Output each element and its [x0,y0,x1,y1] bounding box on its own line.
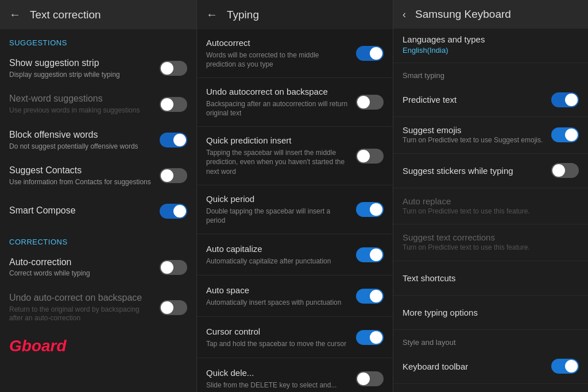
samsung-suggest-emojis[interactable]: Suggest emojis Turn on Predictive text t… [393,117,588,154]
gboard-undo-autocorrect[interactable]: Undo auto-correct on backspace Return to… [0,285,196,330]
gboard-undo-toggle[interactable] [160,300,187,315]
samsung-header: ‹ Samsung Keyboard [393,0,588,29]
gboard-suggest-contacts[interactable]: Suggest Contacts Use information from Co… [0,158,196,193]
swiftkey-quick-delete-toggle[interactable] [356,371,384,386]
gboard-brand-label: Gboard [0,332,196,360]
swiftkey-quick-prediction-toggle[interactable] [356,149,384,164]
samsung-text-shortcuts[interactable]: Text shortcuts [393,261,588,296]
samsung-style-layout-label: Style and layout [393,330,588,350]
samsung-auto-replace[interactable]: Auto replace Turn on Predictive text to … [393,188,588,225]
swiftkey-auto-capitalize-toggle[interactable] [356,247,384,262]
swiftkey-autocorrect[interactable]: Autocorrect Words will be corrected to t… [197,29,393,78]
swiftkey-back-button[interactable]: ← [206,8,218,21]
swiftkey-content: Autocorrect Words will be corrected to t… [197,29,393,392]
swiftkey-quick-period[interactable]: Quick period Double tapping the spacebar… [197,185,393,234]
gboard-block-offensive-toggle[interactable] [160,133,187,148]
swiftkey-quick-prediction[interactable]: Quick prediction insert Tapping the spac… [197,127,393,185]
samsung-high-contrast[interactable]: High contrast keyboard [393,384,588,392]
samsung-content: Languages and types English(India) Smart… [393,29,588,392]
swiftkey-autocorrect-toggle[interactable] [356,46,384,61]
gboard-brand-area: Gboard [0,330,196,362]
gboard-panel: ← Text correction Suggestions Show sugge… [0,0,197,392]
samsung-emojis-toggle[interactable] [551,127,579,142]
gboard-auto-correction-toggle[interactable] [160,260,187,275]
gboard-back-button[interactable]: ← [9,8,21,21]
gboard-smart-compose-toggle[interactable] [160,204,187,219]
samsung-toolbar-toggle[interactable] [551,359,579,374]
gboard-next-word-suggestions[interactable]: Next-word suggestions Use previous words… [0,86,196,122]
swiftkey-quick-delete[interactable]: Quick dele... Slide from the DELETE key … [197,358,393,392]
gboard-show-suggestion-toggle[interactable] [160,61,187,76]
gboard-smart-compose[interactable]: Smart Compose [0,194,196,228]
samsung-back-button[interactable]: ‹ [403,9,406,21]
gboard-content: Suggestions Show suggestion strip Displa… [0,29,196,392]
swiftkey-cursor-control[interactable]: Cursor control Tap and hold the spacebar… [197,317,393,358]
swiftkey-auto-space[interactable]: Auto space Automatically insert spaces w… [197,275,393,317]
samsung-title: Samsung Keyboard [415,8,511,21]
samsung-language-subtitle: English(India) [403,46,579,55]
samsung-predictive-text[interactable]: Predictive text [393,83,588,117]
swiftkey-undo-toggle[interactable] [356,95,384,110]
swiftkey-header: ← Typing [197,0,393,29]
samsung-smart-typing-label: Smart typing [393,63,588,83]
swiftkey-cursor-toggle[interactable] [356,330,384,345]
samsung-panel: ‹ Samsung Keyboard Languages and types E… [393,0,588,392]
swiftkey-quick-period-toggle[interactable] [356,202,384,217]
swiftkey-auto-capitalize[interactable]: Auto capitalize Automatically capitalize… [197,234,393,275]
swiftkey-panel: ← Typing Autocorrect Words will be corre… [197,0,393,392]
samsung-suggest-text-corrections[interactable]: Suggest text corrections Turn on Predict… [393,224,588,261]
gboard-suggest-contacts-toggle[interactable] [160,168,187,183]
gboard-block-offensive[interactable]: Block offensive words Do not suggest pot… [0,122,196,158]
samsung-suggest-stickers[interactable]: Suggest stickers while typing [393,154,588,188]
samsung-more-typing-options[interactable]: More typing options [393,296,588,330]
samsung-languages-title: Languages and types [403,34,579,44]
swiftkey-title: Typing [227,9,259,21]
gboard-auto-correction[interactable]: Auto-correction Correct words while typi… [0,250,196,285]
gboard-header: ← Text correction [0,0,196,29]
samsung-languages-section[interactable]: Languages and types English(India) [393,29,588,63]
samsung-stickers-toggle[interactable] [551,163,579,178]
samsung-predictive-toggle[interactable] [551,92,579,107]
swiftkey-undo-autocorrect[interactable]: Undo autocorrect on backspace Backspacin… [197,78,393,127]
gboard-show-suggestion-strip[interactable]: Show suggestion strip Display suggestion… [0,51,196,86]
gboard-next-word-toggle[interactable] [160,97,187,112]
swiftkey-auto-space-toggle[interactable] [356,289,384,304]
gboard-title: Text correction [30,9,101,21]
gboard-section-corrections: Corrections [0,228,196,250]
samsung-keyboard-toolbar[interactable]: Keyboard toolbar [393,350,588,384]
gboard-section-suggestions: Suggestions [0,29,196,51]
